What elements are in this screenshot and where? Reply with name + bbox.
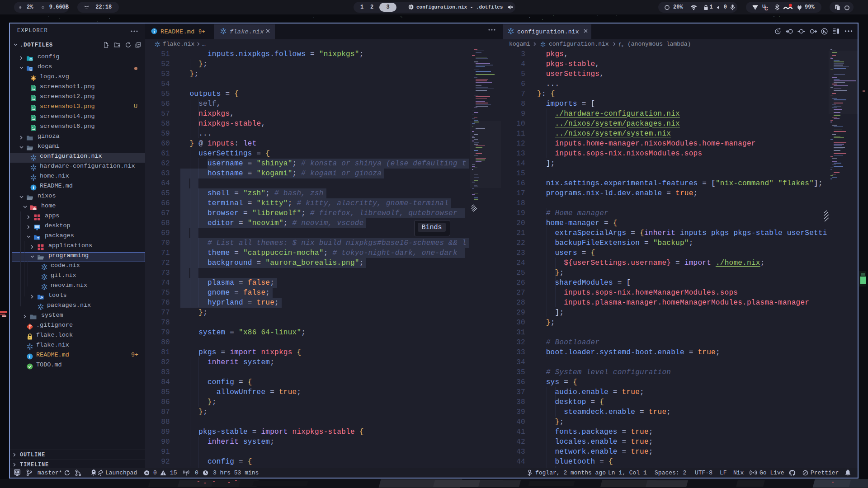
svg-text:C: C (764, 6, 768, 11)
svg-text:x: x (622, 44, 623, 47)
svg-text:f: f (619, 41, 621, 47)
